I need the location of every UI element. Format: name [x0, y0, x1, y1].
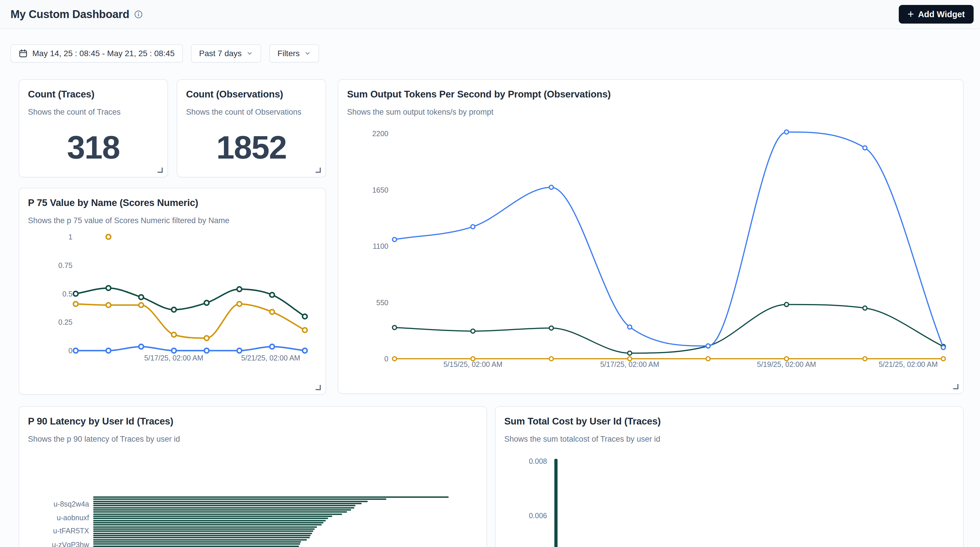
resize-handle-icon[interactable] [953, 384, 958, 389]
resize-handle-icon[interactable] [158, 168, 163, 173]
p90-bar[interactable] [93, 524, 322, 525]
p90-bar[interactable] [93, 505, 355, 506]
p90-bar[interactable] [93, 501, 368, 502]
p90-bar[interactable] [93, 545, 299, 547]
tokens-line-chart-canvas[interactable]: 22001650110055005/15/25, 02:00 AM5/17/25… [338, 80, 964, 395]
widget-title: Count (Observations) [177, 80, 326, 100]
p90-bar[interactable] [93, 518, 328, 519]
p90-bar[interactable] [93, 530, 313, 532]
filters-label: Filters [277, 49, 299, 58]
svg-text:0.25: 0.25 [58, 318, 73, 326]
info-icon[interactable] [134, 10, 143, 19]
p90-bar[interactable] [93, 515, 332, 517]
chevron-down-icon [304, 50, 311, 57]
app-header: My Custom Dashboard + Add Widget [0, 0, 980, 29]
p90-bar[interactable] [93, 522, 323, 523]
range-preset-dropdown[interactable]: Past 7 days [191, 44, 261, 63]
resize-handle-icon[interactable] [316, 385, 321, 390]
svg-text:0.75: 0.75 [58, 261, 73, 270]
svg-text:5/17/25, 02:00 AM: 5/17/25, 02:00 AM [144, 354, 203, 362]
svg-text:1100: 1100 [373, 242, 388, 250]
widget-p90-chart: P 90 Latency by User Id (Traces) Shows t… [19, 406, 487, 547]
p90-user-id-label: u-aobnuxf [23, 513, 89, 522]
chevron-down-icon [246, 50, 253, 57]
range-preset-value: Past 7 days [199, 49, 242, 58]
svg-text:5/15/25, 02:00 AM: 5/15/25, 02:00 AM [444, 360, 503, 368]
svg-text:5/21/25, 02:00 AM: 5/21/25, 02:00 AM [241, 354, 300, 362]
svg-text:0: 0 [68, 347, 73, 355]
svg-text:5/19/25, 02:00 AM: 5/19/25, 02:00 AM [757, 360, 816, 368]
p90-user-id-label: u-zVqP3hw [23, 540, 89, 547]
widget-count-traces: Count (Traces) Shows the count of Traces… [19, 79, 168, 178]
widget-tokens-chart: Sum Output Tokens Per Second by Prompt (… [338, 79, 964, 394]
svg-text:0.5: 0.5 [62, 290, 73, 298]
p90-bar[interactable] [93, 507, 354, 509]
p90-bar[interactable] [93, 533, 312, 534]
widget-subtitle: Shows the p 90 latency of Traces by user… [19, 427, 487, 444]
calendar-icon [19, 49, 28, 58]
filters-dropdown[interactable]: Filters [269, 44, 319, 63]
widget-title: Sum Total Cost by User Id (Traces) [496, 407, 963, 427]
widget-cost-chart: Sum Total Cost by User Id (Traces) Shows… [495, 406, 964, 547]
p90-bar[interactable] [93, 520, 326, 522]
p90-bar[interactable] [93, 509, 351, 511]
widget-subtitle: Shows the count of Observations [177, 100, 326, 117]
p90-bar[interactable] [93, 537, 310, 538]
p90-bar[interactable] [93, 528, 315, 530]
widget-p75-chart: P 75 Value by Name (Scores Numeric) Show… [19, 188, 326, 395]
p90-bar[interactable] [93, 543, 300, 545]
widget-title: P 90 Latency by User Id (Traces) [19, 407, 487, 427]
svg-text:2200: 2200 [372, 130, 388, 138]
p90-bar[interactable] [93, 541, 301, 543]
svg-text:1: 1 [68, 233, 73, 241]
p75-line-chart-canvas[interactable]: 10.750.50.2505/17/25, 02:00 AM5/21/25, 0… [19, 188, 327, 395]
p90-bar[interactable] [93, 535, 311, 536]
p90-bar[interactable] [93, 526, 317, 528]
svg-text:550: 550 [376, 298, 388, 307]
widget-subtitle: Shows the count of Traces [19, 100, 167, 117]
metric-value: 318 [19, 128, 167, 166]
svg-text:5/21/25, 02:00 AM: 5/21/25, 02:00 AM [879, 360, 938, 368]
svg-text:0: 0 [384, 355, 388, 363]
widget-subtitle: Shows the sum totalcost of Traces by use… [496, 427, 963, 444]
p90-user-id-label: u-tFAR5TX [23, 526, 89, 535]
date-range-picker[interactable]: May 14, 25 : 08:45 - May 21, 25 : 08:45 [11, 44, 183, 63]
metric-value: 1852 [177, 128, 326, 166]
svg-text:1650: 1650 [372, 186, 388, 194]
add-widget-button[interactable]: + Add Widget [899, 5, 974, 24]
p90-bar[interactable] [93, 539, 307, 541]
plus-icon: + [907, 8, 914, 19]
svg-text:5/17/25, 02:00 AM: 5/17/25, 02:00 AM [600, 360, 659, 368]
widget-title: Count (Traces) [19, 80, 167, 100]
page-title: My Custom Dashboard [11, 8, 129, 21]
p90-user-id-label: u-8sq2w4a [23, 499, 89, 508]
p90-bar[interactable] [93, 511, 347, 513]
p90-bar[interactable] [93, 496, 449, 498]
resize-handle-icon[interactable] [316, 168, 321, 173]
add-widget-label: Add Widget [918, 10, 965, 19]
cost-ytick-006: 0.006 [496, 511, 547, 520]
widget-count-observations: Count (Observations) Shows the count of … [177, 79, 326, 178]
cost-ytick-008: 0.008 [496, 457, 547, 466]
date-range-value: May 14, 25 : 08:45 - May 21, 25 : 08:45 [32, 49, 175, 58]
p90-bar[interactable] [93, 503, 362, 504]
p90-bar[interactable] [93, 514, 342, 515]
filter-toolbar: May 14, 25 : 08:45 - May 21, 25 : 08:45 … [11, 44, 319, 63]
p90-bar[interactable] [93, 498, 387, 500]
cost-bar[interactable] [554, 459, 558, 547]
